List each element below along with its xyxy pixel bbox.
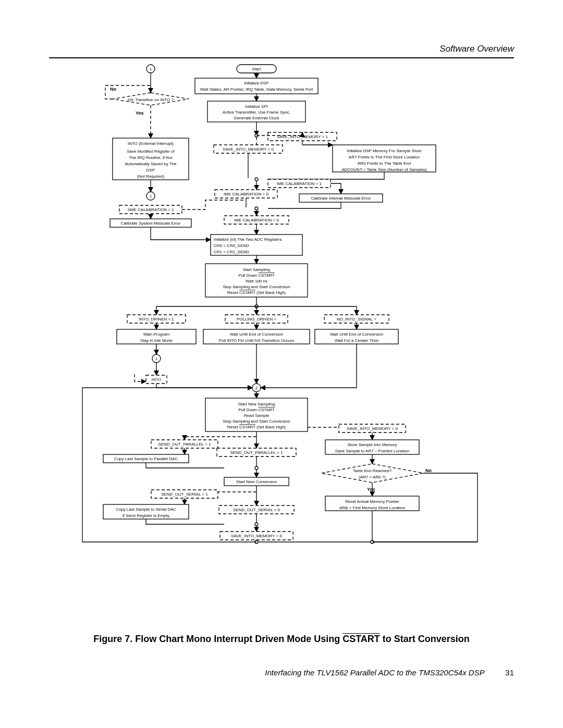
node-main-prog: Main Program Stay in Idle Mode [117, 329, 196, 344]
svg-text:CR0 = CR0_SEND: CR0 = CR0_SEND [214, 243, 249, 248]
node-save-mem-0r: SAVE_INTO_MEMORY = 0 [339, 424, 406, 433]
node-cal-int: Calibrate Internal Midscale Error [299, 194, 383, 202]
svg-text:Calibrate System Midscale Erro: Calibrate System Midscale Error [121, 221, 181, 226]
svg-text:Wait For a Certain Time: Wait For a Certain Time [335, 338, 379, 343]
node-ime-0b: IME CALABRATION = 0 [224, 216, 289, 224]
svg-text:IME CALABRATION = 0: IME CALABRATION = 0 [224, 192, 268, 196]
svg-text:SEND_OUT_SERIAL = 0: SEND_OUT_SERIAL = 0 [233, 508, 280, 512]
svg-text:IME CALABRATION = 0: IME CALABRATION = 0 [234, 218, 279, 223]
svg-text:Store Sample Into Memory: Store Sample Into Memory [347, 442, 397, 447]
footer-doc-title: Interfacing the TLV1562 Parallel ADC to … [265, 668, 484, 677]
svg-text:Yes: Yes [136, 110, 144, 116]
node-new-sampling: Start New Sampling Pull Down CSTART Read… [205, 398, 308, 431]
node-send-par-1: SEND_OUT_PARALLEL = 1 [151, 440, 218, 448]
svg-text:INTO: INTO [152, 377, 162, 382]
node-into-drinen: INTO_DRINEN = 1 [127, 315, 186, 323]
svg-text:(Not Required): (Not Required) [137, 174, 165, 179]
node-polling-driven: POLLING_DRIVEN = [225, 315, 288, 323]
node-start-new-conv: Start New Conversion [224, 477, 289, 486]
node-init-spi: Initialize SPI Active Transmitter, Use F… [207, 101, 305, 122]
node-sme-1: SME CALABRATION = 1 [119, 205, 182, 214]
header-rule [49, 57, 514, 58]
svg-text:Active Transmitter, Use Frame : Active Transmitter, Use Frame Sync, [223, 110, 290, 115]
svg-text:DSP: DSP [146, 168, 155, 172]
node-init-dsp: Initialize DSP Wait States, AR Pointer, … [195, 78, 318, 94]
svg-text:Copy Last Sample to Serial DAC: Copy Last Sample to Serial DAC [116, 507, 176, 512]
node-table-end: Table End Reached? (AR7 = AR0 ?) [321, 464, 423, 483]
svg-text:Start Sampling: Start Sampling [243, 267, 270, 272]
svg-point-140 [255, 466, 258, 470]
section-title-label: Software Overview [439, 44, 514, 54]
node-init-adc: Initialize (Id) The Two ADC Registers CR… [211, 235, 302, 255]
svg-text:Yes: Yes [367, 487, 375, 492]
node-save-mem-0: SAVE_INTO_MEMORY = 0 [214, 145, 283, 153]
svg-text:SAVE_INTO_MEMORY = 0: SAVE_INTO_MEMORY = 0 [223, 147, 274, 152]
node-wait: Wait Until End of Conversion Wait For a … [315, 329, 398, 344]
svg-text:CR1 = CR1_SEND: CR1 = CR1_SEND [214, 250, 249, 254]
svg-point-49 [255, 178, 258, 181]
svg-text:AR& = First Memory Store Locat: AR& = First Memory Store Location [339, 505, 405, 510]
svg-text:Save Sample to AR7 – Pointed L: Save Sample to AR7 – Pointed Location [335, 449, 409, 453]
svg-text:Wait Until End of Conversion: Wait Until End of Conversion [230, 332, 283, 337]
svg-text:No: No [425, 468, 432, 473]
svg-text:Pull Down CSTART: Pull Down CSTART [238, 273, 275, 278]
svg-text:AR0 Points to The Table End: AR0 Points to The Table End [358, 161, 411, 166]
svg-text:SAVE_INTO_MEMORY = 0: SAVE_INTO_MEMORY = 0 [231, 534, 282, 538]
svg-text:1: 1 [150, 67, 152, 71]
svg-text:Automatically Saved by The: Automatically Saved by The [125, 162, 177, 166]
node-ime-1: IME CALABRATION = 1 [268, 179, 331, 188]
node-reset-ptr: Reset Actual Memory Pointer AR& = First … [325, 496, 419, 511]
svg-text:Start New Conversion: Start New Conversion [236, 479, 277, 484]
svg-text:Stop Sampling and Start Conver: Stop Sampling and Start Conversion [223, 285, 290, 289]
svg-text:SEND_OUT_PARALLEL = 1: SEND_OUT_PARALLEL = 1 [230, 450, 283, 455]
svg-text:Table End Reached?: Table End Reached? [353, 468, 392, 473]
node-cal-sys: Calibrate System Midscale Error [110, 219, 191, 227]
svg-text:Calibrate Internal Midscale Er: Calibrate Internal Midscale Error [311, 196, 371, 201]
svg-text:SME CALABRATION = 1: SME CALABRATION = 1 [128, 207, 175, 212]
svg-text:IME CALABRATION = 1: IME CALABRATION = 1 [277, 181, 322, 186]
svg-text:INTO_DRINEN = 1: INTO_DRINEN = 1 [139, 317, 174, 322]
node-copy-ser: Copy Last Sample to Serial DAC if Send R… [103, 504, 189, 519]
svg-text:Read Sample: Read Sample [244, 413, 270, 418]
node-send-ser-0: SEND_OUT_SERIAL = 0 [219, 505, 294, 514]
svg-text:INTO (External Interrupt): INTO (External Interrupt) [128, 141, 174, 146]
node-send-ser-1: SEND_OUT_SERIAL = 1 [151, 490, 218, 498]
svg-text:NO_INTO_SIGNAL =: NO_INTO_SIGNAL = [337, 317, 376, 322]
svg-text:Initialize (Id) The Two ADC Re: Initialize (Id) The Two ADC Registers [214, 237, 282, 242]
svg-text:Stop Sampling and Start Conver: Stop Sampling and Start Conversion [223, 419, 290, 424]
svg-text:Poll INTO Pin Until h/0 Transi: Poll INTO Pin Until h/0 Transition Occur… [219, 338, 294, 343]
svg-text:Main Program: Main Program [143, 332, 170, 337]
node-start: Start [237, 65, 276, 73]
svg-text:The IRQ Routine, if Not: The IRQ Routine, if Not [129, 155, 173, 160]
svg-text:Generate External Clock: Generate External Clock [234, 116, 279, 120]
node-into-extint: INTO (External Interrupt) Save Modified … [113, 138, 189, 180]
svg-text:ADCOUNT = Table Size (Number o: ADCOUNT = Table Size (Number of Samples) [341, 167, 427, 172]
svg-text:Initialize SPI: Initialize SPI [245, 104, 268, 109]
node-into-dash: INTO [146, 375, 167, 384]
node-ime-0: IME CALABRATION = 0 [215, 190, 277, 198]
node-init-mem: Initialize DSP Memory For Sample Store A… [333, 145, 436, 172]
svg-point-58 [255, 207, 258, 210]
node-poll: Wait Until End of Conversion Poll INTO P… [203, 329, 310, 344]
svg-point-154 [255, 523, 258, 526]
svg-text:2: 2 [255, 386, 258, 390]
svg-text:Wait Until End of Conversion: Wait Until End of Conversion [330, 332, 383, 337]
svg-text:No: No [110, 87, 116, 92]
svg-text:Save Modified Register of: Save Modified Register of [127, 149, 175, 154]
svg-text:SAVE_INTO_MEMORY = 0: SAVE_INTO_MEMORY = 0 [347, 426, 398, 431]
svg-text:Initialize DSP: Initialize DSP [244, 81, 269, 85]
svg-text:1: 1 [155, 356, 158, 361]
figure-caption: Figure 7. Flow Chart Mono Interrupt Driv… [0, 634, 563, 645]
svg-text:Reset CSTART (Set Back High): Reset CSTART (Set Back High) [227, 290, 286, 295]
svg-text:Wait 100 ns: Wait 100 ns [246, 279, 267, 283]
svg-text:Start: Start [252, 67, 262, 71]
node-copy-par: Copy Last Sample to Parallel DAC [103, 454, 189, 463]
svg-text:if Send Register is Empty: if Send Register is Empty [123, 513, 169, 518]
svg-text:1: 1 [150, 194, 152, 199]
node-no-into: NO_INTO_SIGNAL = [324, 315, 389, 323]
svg-text:Initialize DSP Memory For Samp: Initialize DSP Memory For Sample Store [347, 149, 422, 153]
node-hl-transition: H/L Transition on INTO ? [113, 93, 189, 105]
svg-text:(AR7 = AR0 ?): (AR7 = AR0 ?) [359, 475, 386, 479]
svg-text:Copy Last Sample to Parallel D: Copy Last Sample to Parallel DAC [114, 456, 178, 461]
node-send-par-0: SEND_OUT_PARALLEL = 1 [217, 448, 296, 456]
